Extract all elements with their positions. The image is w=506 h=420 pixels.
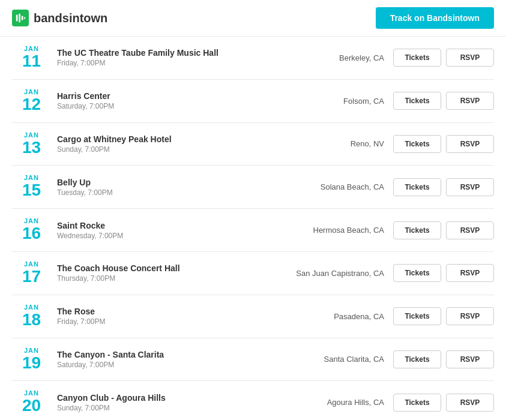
event-name: Canyon Club - Agoura Hills	[57, 393, 273, 403]
header: bandsintown Track on Bandsintown	[0, 0, 506, 37]
tickets-button[interactable]: Tickets	[393, 178, 441, 196]
event-name: The UC Theatre Taube Family Music Hall	[57, 48, 273, 58]
rsvp-button[interactable]: RSVP	[446, 178, 494, 196]
event-actions: Tickets RSVP	[393, 49, 494, 67]
tickets-button[interactable]: Tickets	[393, 92, 441, 110]
logo-icon	[12, 10, 29, 26]
svg-rect-3	[24, 17, 25, 19]
event-datetime: Wednesday, 7:00PM	[57, 232, 273, 240]
event-datetime: Sunday, 7:00PM	[57, 145, 273, 154]
date-day: 16	[12, 224, 51, 243]
event-actions: Tickets RSVP	[393, 178, 494, 196]
date-block: JAN 18	[12, 304, 51, 329]
event-row: JAN 17 The Coach House Concert Hall Thur…	[12, 252, 494, 295]
event-datetime: Friday, 7:00PM	[57, 59, 273, 67]
date-day: 13	[12, 139, 51, 157]
event-actions: Tickets RSVP	[393, 135, 494, 153]
event-location: Santa Clarita, CA	[273, 355, 393, 364]
date-day: 18	[12, 311, 51, 329]
event-actions: Tickets RSVP	[393, 92, 494, 110]
rsvp-button[interactable]: RSVP	[446, 394, 494, 412]
date-day: 17	[12, 268, 51, 286]
event-info: Saint Rocke Wednesday, 7:00PM	[51, 221, 273, 240]
events-list: JAN 11 The UC Theatre Taube Family Music…	[0, 37, 506, 420]
date-day: 11	[12, 52, 51, 71]
event-location: Pasadena, CA	[273, 312, 393, 321]
date-day: 12	[12, 95, 51, 114]
event-datetime: Friday, 7:00PM	[57, 317, 273, 326]
event-name: The Coach House Concert Hall	[57, 263, 273, 273]
date-month: JAN	[12, 304, 51, 311]
date-block: JAN 17	[12, 260, 51, 286]
event-row: JAN 18 The Rose Friday, 7:00PM Pasadena,…	[12, 295, 494, 338]
tickets-button[interactable]: Tickets	[393, 264, 441, 282]
event-actions: Tickets RSVP	[393, 307, 494, 325]
tickets-button[interactable]: Tickets	[393, 394, 441, 412]
date-month: JAN	[12, 88, 51, 95]
event-actions: Tickets RSVP	[393, 394, 494, 412]
rsvp-button[interactable]: RSVP	[446, 350, 494, 368]
rsvp-button[interactable]: RSVP	[446, 221, 494, 239]
event-location: Solana Beach, CA	[273, 182, 393, 191]
event-info: The Canyon - Santa Clarita Saturday, 7:0…	[51, 350, 273, 369]
date-day: 20	[12, 397, 51, 415]
tickets-button[interactable]: Tickets	[393, 221, 441, 239]
event-name: Harris Center	[57, 91, 273, 101]
date-block: JAN 16	[12, 217, 51, 243]
event-info: Cargo at Whitney Peak Hotel Sunday, 7:00…	[51, 134, 273, 154]
date-month: JAN	[12, 347, 51, 354]
event-info: The Coach House Concert Hall Thursday, 7…	[51, 263, 273, 283]
event-actions: Tickets RSVP	[393, 221, 494, 239]
date-day: 15	[12, 181, 51, 200]
rsvp-button[interactable]: RSVP	[446, 49, 494, 67]
logo-svg	[15, 13, 26, 23]
event-name: Cargo at Whitney Peak Hotel	[57, 134, 273, 144]
event-name: Saint Rocke	[57, 221, 273, 230]
date-month: JAN	[12, 131, 51, 139]
event-datetime: Thursday, 7:00PM	[57, 274, 273, 283]
rsvp-button[interactable]: RSVP	[446, 264, 494, 282]
date-block: JAN 20	[12, 389, 51, 415]
event-row: JAN 20 Canyon Club - Agoura Hills Sunday…	[12, 381, 494, 420]
event-actions: Tickets RSVP	[393, 350, 494, 368]
event-row: JAN 12 Harris Center Saturday, 7:00PM Fo…	[12, 80, 494, 123]
event-info: Canyon Club - Agoura Hills Sunday, 7:00P…	[51, 393, 273, 412]
tickets-button[interactable]: Tickets	[393, 307, 441, 325]
event-name: The Rose	[57, 307, 273, 316]
track-button[interactable]: Track on Bandsintown	[376, 7, 494, 29]
event-datetime: Sunday, 7:00PM	[57, 404, 273, 412]
date-block: JAN 15	[12, 174, 51, 200]
svg-rect-1	[19, 14, 20, 22]
rsvp-button[interactable]: RSVP	[446, 92, 494, 110]
event-row: JAN 19 The Canyon - Santa Clarita Saturd…	[12, 338, 494, 382]
date-day: 19	[12, 354, 51, 373]
event-name: The Canyon - Santa Clarita	[57, 350, 273, 359]
event-location: Hermosa Beach, CA	[273, 226, 393, 235]
event-datetime: Saturday, 7:00PM	[57, 361, 273, 369]
event-info: The UC Theatre Taube Family Music Hall F…	[51, 48, 273, 67]
svg-rect-0	[16, 15, 18, 22]
event-location: San Juan Capistrano, CA	[273, 269, 393, 278]
event-location: Reno, NV	[273, 139, 393, 148]
date-block: JAN 11	[12, 45, 51, 71]
event-name: Belly Up	[57, 178, 273, 187]
rsvp-button[interactable]: RSVP	[446, 307, 494, 325]
date-block: JAN 12	[12, 88, 51, 114]
tickets-button[interactable]: Tickets	[393, 350, 441, 368]
logo-text: bandsintown	[34, 11, 107, 25]
event-info: Harris Center Saturday, 7:00PM	[51, 91, 273, 110]
logo: bandsintown	[12, 10, 107, 26]
tickets-button[interactable]: Tickets	[393, 49, 441, 67]
event-location: Berkeley, CA	[273, 53, 393, 62]
event-row: JAN 15 Belly Up Tuesday, 7:00PM Solana B…	[12, 166, 494, 209]
event-actions: Tickets RSVP	[393, 264, 494, 282]
tickets-button[interactable]: Tickets	[393, 135, 441, 153]
event-datetime: Saturday, 7:00PM	[57, 102, 273, 110]
event-location: Folsom, CA	[273, 97, 393, 106]
date-block: JAN 13	[12, 131, 51, 157]
event-row: JAN 16 Saint Rocke Wednesday, 7:00PM Her…	[12, 209, 494, 252]
rsvp-button[interactable]: RSVP	[446, 135, 494, 153]
svg-rect-2	[22, 16, 23, 20]
event-row: JAN 11 The UC Theatre Taube Family Music…	[12, 37, 494, 80]
main-container: bandsintown Track on Bandsintown JAN 11 …	[0, 0, 506, 420]
